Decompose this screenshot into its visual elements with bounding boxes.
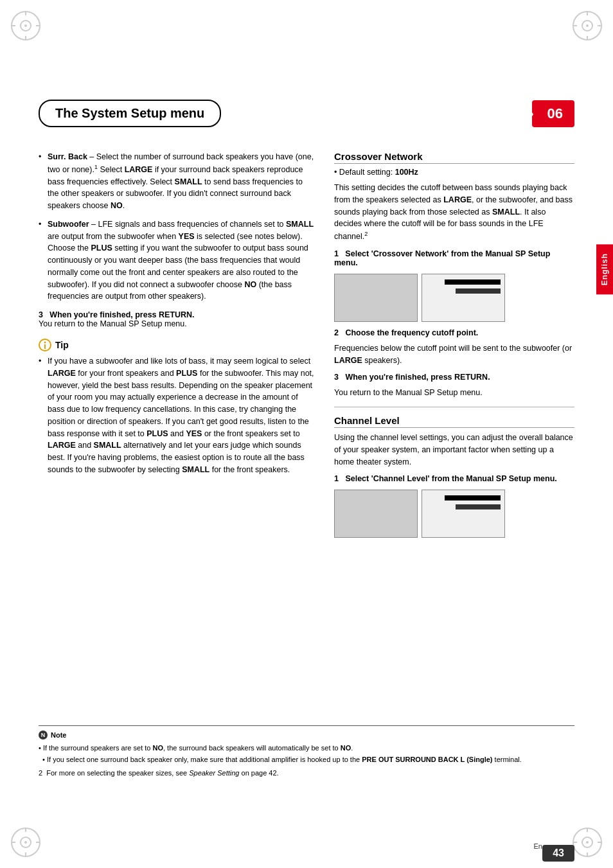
step3-line: 3 When you're finished, press RETURN. Yo… bbox=[39, 310, 315, 328]
channel-level-section: Channel Level Using the channel level se… bbox=[334, 415, 574, 538]
tip-box: Tip If you have a subwoofer and like lot… bbox=[39, 339, 315, 476]
tip-title: Tip bbox=[55, 340, 69, 350]
section-divider bbox=[334, 407, 574, 407]
crossover-default: • Default setting: 100Hz bbox=[334, 168, 574, 177]
crossover-step2: 2 Choose the frequency cutoff point. bbox=[334, 328, 574, 337]
crossover-step3: 3 When you're finished, press RETURN. bbox=[334, 373, 574, 382]
step3-sub: You return to the Manual SP Setup menu. bbox=[39, 319, 187, 328]
note-item-1: • If the surround speakers are set to NO… bbox=[39, 743, 574, 754]
page-title: The System Setup menu bbox=[55, 106, 204, 121]
crossover-panel-right bbox=[422, 274, 505, 322]
note-footnote: 2 For more on selecting the speaker size… bbox=[39, 768, 574, 779]
bullet-surr-back: Surr. Back – Select the number of surrou… bbox=[39, 151, 315, 212]
corner-decoration-bl bbox=[6, 823, 45, 862]
note-box: N Note • If the surround speakers are se… bbox=[39, 725, 574, 778]
content-area: Surr. Back – Select the number of surrou… bbox=[39, 138, 574, 817]
channel-level-panel-left bbox=[334, 490, 418, 538]
tip-bullet-list: If you have a subwoofer and like lots of… bbox=[39, 355, 315, 476]
svg-point-16 bbox=[24, 841, 27, 844]
bullet-surr-back-text: Surr. Back – Select the number of surrou… bbox=[48, 152, 314, 210]
note-icon: N bbox=[39, 731, 48, 740]
page-number: 43 bbox=[542, 845, 574, 862]
crossover-body: This setting decides the cutoff between … bbox=[334, 182, 574, 243]
svg-point-2 bbox=[24, 24, 27, 27]
corner-decoration-tr bbox=[568, 6, 607, 45]
crossover-panel-left bbox=[334, 274, 418, 322]
channel-level-step1: 1 Select 'Channel Level' from the Manual… bbox=[334, 474, 574, 483]
note-item-2: • If you select one surround back speake… bbox=[39, 754, 574, 765]
title-box: The System Setup menu bbox=[39, 100, 221, 127]
crossover-step3-sub: You return to the Manual SP Setup menu. bbox=[334, 387, 574, 399]
tip-content: If you have a subwoofer and like lots of… bbox=[39, 355, 315, 476]
two-column-layout: Surr. Back – Select the number of surrou… bbox=[39, 151, 574, 544]
main-bullet-list: Surr. Back – Select the number of surrou… bbox=[39, 151, 315, 303]
left-column: Surr. Back – Select the number of surrou… bbox=[39, 151, 315, 544]
crossover-panel-item-selected bbox=[445, 279, 501, 285]
tip-bullet-1: If you have a subwoofer and like lots of… bbox=[39, 355, 315, 476]
crossover-network-section: Crossover Network • Default setting: 100… bbox=[334, 151, 574, 399]
svg-point-9 bbox=[586, 24, 589, 27]
svg-point-29 bbox=[44, 342, 46, 344]
crossover-panel-item-1 bbox=[456, 288, 501, 294]
chapter-number: 06 bbox=[532, 100, 574, 127]
bullet-subwoofer: Subwoofer – LFE signals and bass frequen… bbox=[39, 218, 315, 303]
page-lang: En bbox=[534, 842, 542, 850]
crossover-step2-sub: Frequencies below the cutoff point will … bbox=[334, 342, 574, 367]
right-column: Crossover Network • Default setting: 100… bbox=[334, 151, 574, 544]
page-header: The System Setup menu 06 bbox=[39, 100, 574, 127]
bullet-subwoofer-text: Subwoofer – LFE signals and bass frequen… bbox=[48, 220, 314, 301]
svg-rect-30 bbox=[44, 344, 46, 349]
channel-level-body: Using the channel level settings, you ca… bbox=[334, 432, 574, 468]
channel-level-heading: Channel Level bbox=[334, 415, 574, 428]
crossover-diagram bbox=[334, 274, 574, 322]
tip-header: Tip bbox=[39, 339, 315, 351]
channel-level-panel-item-selected bbox=[445, 495, 501, 500]
crossover-step1: 1 Select 'Crossover Network' from the Ma… bbox=[334, 249, 574, 267]
tip-icon bbox=[39, 339, 51, 351]
svg-point-23 bbox=[586, 841, 589, 844]
channel-level-panel-right bbox=[422, 490, 505, 538]
crossover-network-heading: Crossover Network bbox=[334, 151, 574, 164]
channel-level-panel-item-1 bbox=[456, 504, 501, 509]
note-header: N Note bbox=[39, 730, 574, 741]
note-title: Note bbox=[51, 730, 66, 741]
language-tab: English bbox=[596, 244, 613, 294]
channel-level-diagram bbox=[334, 490, 574, 538]
corner-decoration-tl bbox=[6, 6, 45, 45]
